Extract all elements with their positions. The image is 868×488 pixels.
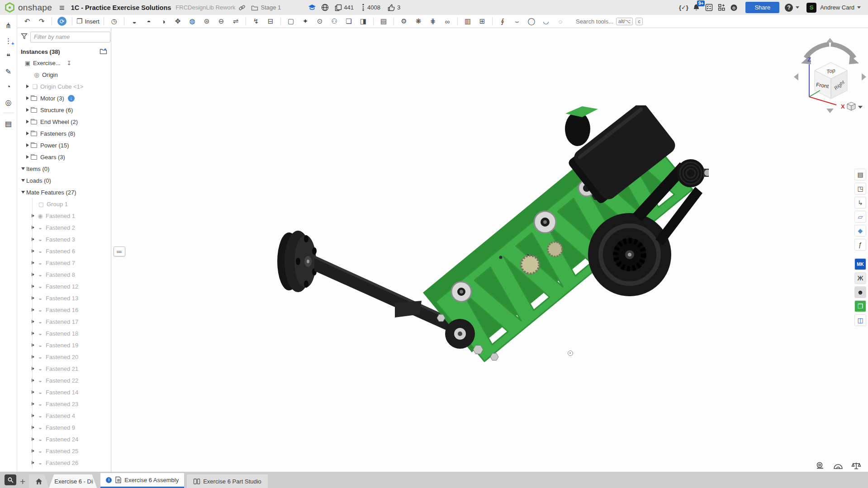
anchor-icon[interactable]: ↧ [65, 60, 73, 66]
tree-row-fastened-24[interactable]: ◒Fastened 24 [17, 433, 111, 445]
revolute-mate-icon[interactable]: ◓ [143, 16, 155, 27]
user-name[interactable]: Andrew Card [820, 4, 854, 11]
workspace-location[interactable]: Stage 1 [261, 4, 281, 11]
app-function-icon[interactable]: ƒ [854, 239, 866, 251]
collapse-chevron-icon[interactable] [20, 179, 26, 182]
tree-row-fastened-7[interactable]: ◒Fastened 7 [17, 257, 111, 269]
mate-values-icon[interactable]: ⊙ [314, 16, 326, 27]
search-model-icon[interactable]: ◎ [2, 95, 15, 109]
tree-row-fastened-21[interactable]: ◒Fastened 21 [17, 363, 111, 374]
expand-chevron-icon[interactable] [30, 214, 36, 218]
display-states-icon[interactable]: ◨ [357, 16, 369, 27]
expand-chevron-icon[interactable] [30, 379, 36, 382]
tree-row-end-wheel-2[interactable]: End Wheel (2) [17, 116, 111, 128]
search-tools-label[interactable]: Search tools... [576, 18, 613, 25]
mass-properties-icon[interactable] [851, 461, 862, 471]
share-button[interactable]: Share [745, 2, 779, 13]
app-green-book-icon[interactable]: ❐ [854, 300, 866, 312]
tree-row-fastened-17[interactable]: ◒Fastened 17 [17, 316, 111, 327]
expand-chevron-icon[interactable] [24, 96, 31, 100]
tree-row-fastened-4[interactable]: ◒Fastened 4 [17, 410, 111, 422]
help-caret-icon[interactable] [796, 6, 799, 9]
expand-chevron-icon[interactable] [30, 237, 36, 241]
tree-row-loads-0[interactable]: Loads (0) [17, 175, 111, 186]
view-options-cube-icon[interactable] [847, 102, 863, 110]
tree-row-motor-3[interactable]: Motor (3)↓ [17, 92, 111, 104]
tree-row-mate-features-27[interactable]: Mate Features (27) [17, 186, 111, 198]
app-robot-icon[interactable]: ☻ [854, 286, 866, 298]
slider-mate-icon[interactable]: ◑ [157, 16, 169, 27]
3d-viewport[interactable]: ≔ [111, 28, 868, 472]
tree-row-origin-cube-1[interactable]: ❑Origin Cube <1> [17, 81, 111, 92]
protractor-icon[interactable] [833, 461, 844, 471]
expand-chevron-icon[interactable] [24, 155, 31, 159]
help-icon[interactable]: ? [785, 4, 793, 12]
view-cube[interactable]: Z X Top Front Right [789, 35, 868, 114]
measure-tape-icon[interactable] [815, 461, 825, 471]
copies-stat[interactable]: 441 [335, 4, 354, 11]
expand-chevron-icon[interactable] [30, 449, 36, 453]
pin-slot-mate-icon[interactable]: ⊖ [215, 16, 227, 27]
main-menu-icon[interactable]: ≡ [59, 3, 65, 12]
onshape-logo[interactable]: onshape [5, 2, 52, 13]
tree-row-fastened-12[interactable]: ◒Fastened 12 [17, 280, 111, 292]
feature-script-icon[interactable]: {✓} [678, 2, 689, 13]
variables-flyout-icon[interactable]: ▱ [854, 211, 866, 223]
featurescript-flyout-icon[interactable]: ↳ [854, 197, 866, 208]
expand-chevron-icon[interactable] [30, 273, 36, 276]
expand-chevron-icon[interactable] [24, 132, 31, 135]
bom-icon[interactable]: ▥ [462, 16, 474, 27]
home-tab[interactable] [29, 474, 49, 488]
search-tools-group[interactable]: Search tools... alt/⌥ c [576, 18, 643, 25]
group-icon[interactable]: ▢ [285, 16, 297, 27]
public-globe-icon[interactable] [320, 3, 330, 13]
expand-chevron-icon[interactable] [30, 367, 36, 370]
ellipse-tool-icon[interactable]: ◯ [526, 16, 537, 27]
download-badge-icon[interactable]: ↓ [68, 95, 75, 102]
expand-chevron-icon[interactable] [30, 226, 36, 229]
likes-stat[interactable]: 3 [388, 4, 400, 11]
filter-input[interactable] [30, 32, 110, 43]
tree-row-group-1[interactable]: ▢Group 1 [17, 198, 111, 210]
fastened-mate-icon[interactable]: ◒ [128, 16, 140, 27]
tree-row-fastened-1[interactable]: ◉Fastened 1 [17, 210, 111, 222]
tree-row-fastened-23[interactable]: ◒Fastened 23 [17, 398, 111, 410]
tree-popout-button[interactable]: ≔ [114, 246, 125, 256]
snap-mode-icon[interactable]: ↯ [250, 16, 262, 27]
tree-row-fastened-20[interactable]: ◒Fastened 20 [17, 351, 111, 363]
expand-chevron-icon[interactable] [30, 402, 36, 406]
rack-gear-icon[interactable]: ⋕ [427, 16, 439, 27]
spline-tool-icon[interactable]: ∮ [497, 16, 508, 27]
expand-chevron-icon[interactable] [24, 85, 31, 88]
notifications-bell-icon[interactable]: 9+ [690, 2, 702, 13]
tree-row-structure-6[interactable]: Structure (6) [17, 104, 111, 116]
app-mk-icon[interactable]: MK [854, 258, 866, 270]
expand-chevron-icon[interactable] [24, 108, 31, 112]
tree-row-fastened-14[interactable]: ◒Fastened 14 [17, 386, 111, 398]
tasks-checklist-icon[interactable] [703, 2, 715, 13]
mate-connector-icon[interactable]: ⊟ [265, 16, 276, 27]
app-butterfly-icon[interactable]: Ж [854, 272, 866, 284]
learning-center-icon[interactable]: ⚙ [728, 2, 740, 13]
tree-row-fastened-6[interactable]: ◒Fastened 6 [17, 245, 111, 257]
user-menu-caret-icon[interactable] [857, 6, 861, 9]
dashed-loop-tool-icon[interactable]: ◌ [555, 16, 566, 27]
tree-row-fastened-16[interactable]: ◒Fastened 16 [17, 304, 111, 316]
app-diamond-icon[interactable]: ◆ [854, 225, 866, 237]
expand-chevron-icon[interactable] [30, 308, 36, 312]
expand-chevron-icon[interactable] [30, 461, 36, 464]
new-tab-button[interactable]: + [20, 477, 25, 486]
collaborators-icon[interactable]: ⚇ [328, 16, 340, 27]
tree-row-power-15[interactable]: Power (15) [17, 139, 111, 151]
rollback-icon[interactable]: ◷ [108, 16, 120, 27]
comments-icon[interactable]: ❝ [2, 49, 15, 63]
tree-row-origin[interactable]: ◎Origin [17, 69, 111, 81]
history-icon[interactable]: ◔ [2, 80, 15, 94]
arc-tool-icon[interactable]: ⌣ [511, 16, 523, 27]
drawing-icon[interactable]: ⊞ [476, 16, 488, 27]
belt-icon[interactable]: ∞ [441, 16, 453, 27]
apps-grid-icon[interactable] [716, 2, 727, 13]
expand-chevron-icon[interactable] [24, 120, 31, 123]
configurations-flyout-icon[interactable]: ◳ [854, 183, 866, 194]
spur-gear-icon[interactable]: ❋ [413, 16, 424, 27]
